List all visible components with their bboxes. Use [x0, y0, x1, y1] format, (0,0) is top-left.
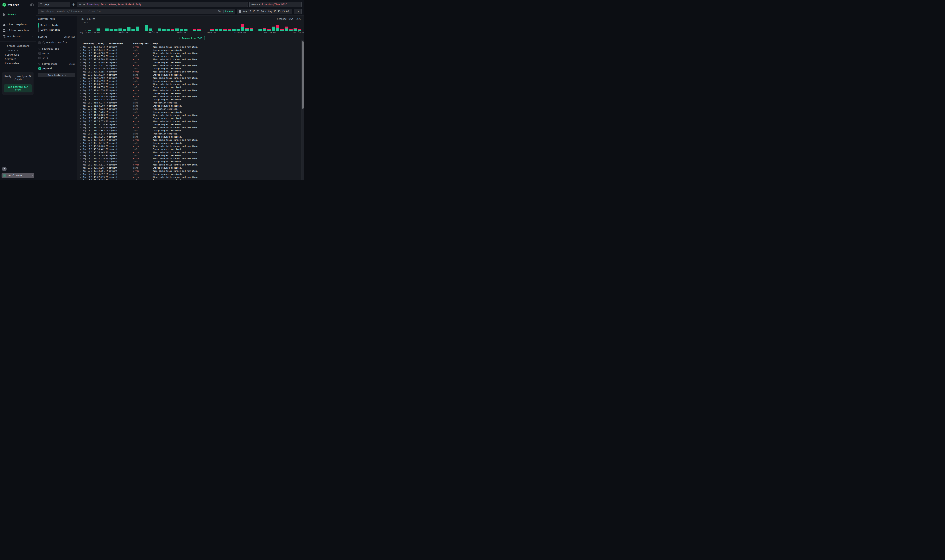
log-row[interactable]: May 15 1:42:36.188 PMpaymenterrorVisa ca…: [77, 58, 304, 61]
expand-row-icon[interactable]: [79, 177, 81, 178]
preset-clickhouse[interactable]: Clickhouse: [0, 53, 36, 57]
chart-bar[interactable]: [131, 22, 136, 31]
filter-option-payment[interactable]: ✓ payment: [38, 67, 75, 70]
log-row[interactable]: May 15 1:40:38.466 PMpaymenterrorVisa ca…: [77, 145, 304, 148]
chart-bar[interactable]: [170, 22, 175, 31]
log-row[interactable]: May 15 1:42:43.336 PMpaymentinfoCharge r…: [77, 55, 304, 58]
log-row[interactable]: May 15 1:42:50.843 PMpaymenterrorVisa ca…: [77, 45, 304, 48]
chart-bar[interactable]: [271, 22, 276, 31]
chart-bar[interactable]: [214, 22, 219, 31]
column-header-servicename[interactable]: ServiceName: [109, 42, 133, 45]
local-mode-button[interactable]: U Local mode: [2, 173, 34, 178]
info-checkbox[interactable]: [39, 57, 41, 59]
vertical-scrollbar[interactable]: [302, 40, 304, 180]
chart-bar[interactable]: [249, 22, 254, 31]
log-row[interactable]: May 15 1:40:44.546 PMpaymentinfoCharge r…: [77, 142, 304, 145]
expand-row-icon[interactable]: [79, 158, 81, 160]
chart-bar[interactable]: [284, 22, 289, 31]
expand-row-icon[interactable]: [79, 90, 81, 91]
mode-event-patterns[interactable]: Event Patterns: [38, 28, 75, 32]
get-started-button[interactable]: Get Started for Free: [4, 84, 32, 92]
chart-bar[interactable]: [179, 22, 183, 31]
log-row[interactable]: May 15 1:40:14.511 PMpaymenterrorVisa ca…: [77, 163, 304, 166]
expand-row-icon[interactable]: [79, 62, 81, 63]
sql-toggle[interactable]: SQL: [218, 10, 222, 13]
chart-bar[interactable]: [153, 22, 157, 31]
sidebar-item-search[interactable]: Search: [0, 11, 36, 17]
chart-bar[interactable]: [109, 22, 114, 31]
expand-row-icon[interactable]: [79, 146, 81, 147]
log-row[interactable]: May 15 1:42:26.920 PMpaymentinfoCharge r…: [77, 67, 304, 70]
expand-row-icon[interactable]: [79, 168, 81, 169]
expand-row-icon[interactable]: [79, 102, 81, 104]
chart-bar[interactable]: [210, 22, 214, 31]
log-row[interactable]: May 15 1:41:47.766 PMpaymentinfoCharge r…: [77, 111, 304, 114]
chart-bar[interactable]: [192, 22, 197, 31]
chart-bar[interactable]: [105, 22, 109, 31]
expand-row-icon[interactable]: [79, 87, 81, 88]
sidebar-item-client-sessions[interactable]: Client Sessions: [0, 28, 36, 34]
chart-bar[interactable]: [118, 22, 122, 31]
chart-bar[interactable]: [205, 22, 210, 31]
chart-bar[interactable]: [140, 22, 144, 31]
run-query-button[interactable]: ▷: [294, 9, 302, 14]
chart-bar[interactable]: [197, 22, 201, 31]
filter-option-info[interactable]: info: [38, 56, 75, 59]
log-row[interactable]: May 15 1:42:36.184 PMpaymentinfoCharge r…: [77, 61, 304, 64]
sidebar-item-dashboards[interactable]: Dashboards: [0, 34, 36, 40]
log-row[interactable]: May 15 1:41:21.678 PMpaymenterrorVisa ca…: [77, 126, 304, 129]
log-row[interactable]: May 15 1:41:25.373 PMpaymenterrorVisa ca…: [77, 120, 304, 123]
expand-row-icon[interactable]: [79, 96, 81, 97]
expand-row-icon[interactable]: [79, 105, 81, 107]
log-row[interactable]: May 15 1:42:13.055 PMpaymenterrorVisa ca…: [77, 70, 304, 73]
lucene-toggle[interactable]: Lucene: [225, 10, 233, 13]
log-row[interactable]: May 15 1:40:26.444 PMpaymentinfoCharge r…: [77, 154, 304, 157]
clear-servicename-button[interactable]: Clear: [69, 63, 75, 65]
chart-bar[interactable]: [219, 22, 223, 31]
expand-row-icon[interactable]: [79, 155, 81, 156]
chart-bar[interactable]: [236, 22, 240, 31]
mode-results-table[interactable]: Results Table: [38, 23, 75, 28]
log-row[interactable]: May 15 1:40:44.563 PMpaymenterrorVisa ca…: [77, 138, 304, 142]
expand-row-icon[interactable]: [79, 81, 81, 82]
log-row[interactable]: May 15 1:42:50.834 PMpaymentinfoCharge r…: [77, 48, 304, 52]
expand-row-icon[interactable]: [79, 99, 81, 101]
expand-row-icon[interactable]: [79, 59, 81, 60]
expand-row-icon[interactable]: [79, 149, 81, 150]
expand-row-icon[interactable]: [79, 140, 81, 141]
chart-bar[interactable]: [201, 22, 205, 31]
chart-bar[interactable]: [113, 22, 118, 31]
log-row[interactable]: May 15 1:42:04.376 PMpaymentinfoCharge r…: [77, 86, 304, 89]
expand-row-icon[interactable]: [79, 152, 81, 153]
help-button[interactable]: ?: [2, 167, 6, 171]
expand-row-icon[interactable]: [79, 109, 81, 110]
sidebar-item-chart-explorer[interactable]: Chart Explorer: [0, 22, 36, 28]
expand-row-icon[interactable]: [79, 49, 81, 51]
expand-row-icon[interactable]: [79, 174, 81, 175]
log-row[interactable]: May 15 1:41:14.361 PMpaymentinfoCharge r…: [77, 135, 304, 138]
chart-bar[interactable]: [232, 22, 236, 31]
chart-bar[interactable]: [157, 22, 162, 31]
collapse-sidebar-icon[interactable]: [31, 3, 34, 6]
log-row[interactable]: May 15 1:40:10.597 PMpaymentinfoCharge r…: [77, 172, 304, 175]
chart-bar[interactable]: [175, 22, 179, 31]
chart-bar[interactable]: [144, 22, 149, 31]
expand-row-icon[interactable]: [79, 93, 81, 94]
expand-row-icon[interactable]: [79, 68, 81, 69]
log-row[interactable]: May 15 1:41:30.275 PMpaymentinfoCharge r…: [77, 117, 304, 120]
expand-row-icon[interactable]: [79, 171, 81, 172]
chart-bar[interactable]: [135, 22, 140, 31]
chart-bar[interactable]: [254, 22, 258, 31]
expand-row-icon[interactable]: [79, 124, 81, 125]
expand-row-icon[interactable]: [79, 77, 81, 79]
create-dashboard-button[interactable]: + Create Dashboard: [0, 44, 36, 48]
expand-row-icon[interactable]: [79, 118, 81, 119]
order-by-input[interactable]: ORDER BY TimestampTime DESC: [249, 2, 302, 7]
expand-row-icon[interactable]: [79, 74, 81, 76]
expand-row-icon[interactable]: [79, 65, 81, 66]
log-row[interactable]: May 15 1:40:10.601 PMpaymenterrorVisa ca…: [77, 169, 304, 172]
log-row[interactable]: May 15 1:40:26.445 PMpaymenterrorVisa ca…: [77, 151, 304, 154]
log-row[interactable]: May 15 1:41:14.373 PMpaymentinfoTransact…: [77, 132, 304, 135]
log-row[interactable]: May 15 1:40:14.505 PMpaymentinfoCharge r…: [77, 166, 304, 169]
expand-row-icon[interactable]: [79, 71, 81, 73]
